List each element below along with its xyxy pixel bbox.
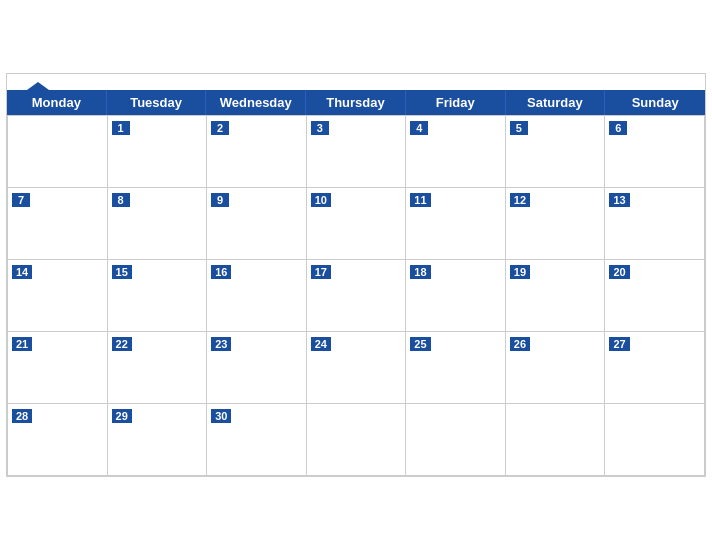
- day-number: 26: [510, 337, 530, 351]
- day-cell: [506, 404, 606, 476]
- calendar: MondayTuesdayWednesdayThursdayFridaySatu…: [6, 73, 706, 477]
- day-cell: 17: [307, 260, 407, 332]
- day-cell: 14: [8, 260, 108, 332]
- day-number: 7: [12, 193, 30, 207]
- day-number: 27: [609, 337, 629, 351]
- day-number: 14: [12, 265, 32, 279]
- day-number: 29: [112, 409, 132, 423]
- day-cell: 5: [506, 116, 606, 188]
- logo-bird-icon: [27, 80, 49, 102]
- day-number: 21: [12, 337, 32, 351]
- day-cell: [307, 404, 407, 476]
- day-cell: 19: [506, 260, 606, 332]
- day-headers: MondayTuesdayWednesdayThursdayFridaySatu…: [7, 90, 705, 115]
- day-number: 11: [410, 193, 430, 207]
- day-cell: [8, 116, 108, 188]
- day-header-thursday: Thursday: [306, 90, 406, 115]
- day-cell: 9: [207, 188, 307, 260]
- day-header-tuesday: Tuesday: [107, 90, 207, 115]
- day-cell: 29: [108, 404, 208, 476]
- day-cell: [406, 404, 506, 476]
- day-cell: 30: [207, 404, 307, 476]
- day-number: 5: [510, 121, 528, 135]
- day-cell: 10: [307, 188, 407, 260]
- svg-marker-0: [27, 82, 49, 98]
- calendar-header: [7, 74, 705, 90]
- day-number: 17: [311, 265, 331, 279]
- day-number: 12: [510, 193, 530, 207]
- day-number: 15: [112, 265, 132, 279]
- day-cell: 2: [207, 116, 307, 188]
- day-cell: 7: [8, 188, 108, 260]
- day-number: 4: [410, 121, 428, 135]
- day-cell: 23: [207, 332, 307, 404]
- day-cell: 1: [108, 116, 208, 188]
- day-number: 18: [410, 265, 430, 279]
- day-number: 2: [211, 121, 229, 135]
- day-header-monday: Monday: [7, 90, 107, 115]
- day-cell: 12: [506, 188, 606, 260]
- day-number: 13: [609, 193, 629, 207]
- day-number: 1: [112, 121, 130, 135]
- day-cell: 4: [406, 116, 506, 188]
- day-header-friday: Friday: [406, 90, 506, 115]
- day-number: 24: [311, 337, 331, 351]
- day-cell: 27: [605, 332, 705, 404]
- logo: [23, 82, 49, 102]
- calendar-grid: 1234567891011121314151617181920212223242…: [7, 115, 705, 476]
- day-header-wednesday: Wednesday: [206, 90, 306, 115]
- day-cell: 20: [605, 260, 705, 332]
- day-cell: 13: [605, 188, 705, 260]
- day-number: 28: [12, 409, 32, 423]
- day-header-sunday: Sunday: [605, 90, 705, 115]
- day-header-saturday: Saturday: [506, 90, 606, 115]
- day-cell: 6: [605, 116, 705, 188]
- day-cell: 15: [108, 260, 208, 332]
- day-cell: [605, 404, 705, 476]
- day-cell: 11: [406, 188, 506, 260]
- day-cell: 28: [8, 404, 108, 476]
- day-number: 30: [211, 409, 231, 423]
- day-number: 8: [112, 193, 130, 207]
- day-cell: 18: [406, 260, 506, 332]
- day-cell: 16: [207, 260, 307, 332]
- day-number: 10: [311, 193, 331, 207]
- day-number: 6: [609, 121, 627, 135]
- day-number: 23: [211, 337, 231, 351]
- day-number: 3: [311, 121, 329, 135]
- day-number: 9: [211, 193, 229, 207]
- day-cell: 26: [506, 332, 606, 404]
- day-number: 20: [609, 265, 629, 279]
- day-number: 25: [410, 337, 430, 351]
- day-cell: 25: [406, 332, 506, 404]
- day-cell: 8: [108, 188, 208, 260]
- day-number: 22: [112, 337, 132, 351]
- day-cell: 21: [8, 332, 108, 404]
- day-cell: 24: [307, 332, 407, 404]
- day-cell: 3: [307, 116, 407, 188]
- day-number: 19: [510, 265, 530, 279]
- day-cell: 22: [108, 332, 208, 404]
- day-number: 16: [211, 265, 231, 279]
